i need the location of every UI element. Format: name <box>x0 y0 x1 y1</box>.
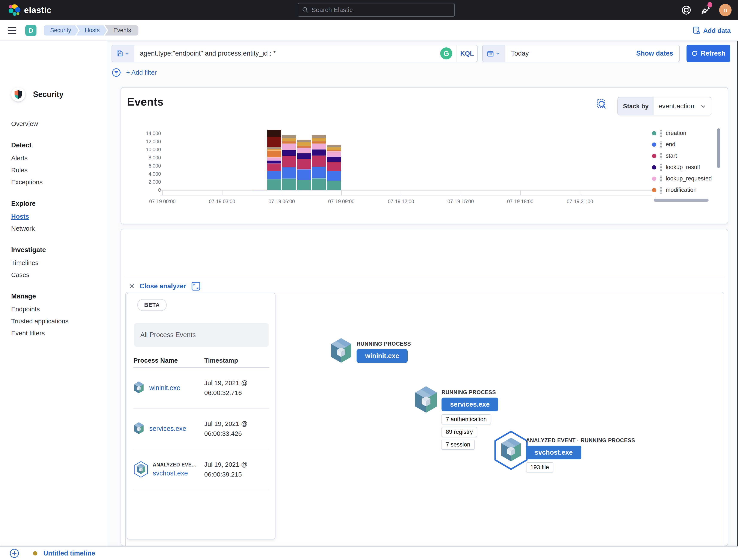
events-chart[interactable]: 02,0004,0006,0008,00010,00012,00014,0000… <box>121 87 728 224</box>
bar-segment-series_tan[interactable] <box>297 140 311 142</box>
bar-segment-end[interactable] <box>312 167 326 179</box>
show-dates-button[interactable]: Show dates <box>636 50 679 57</box>
bar-segment-lookup_requested[interactable] <box>297 148 311 153</box>
filter-icon[interactable] <box>111 67 122 78</box>
bar-segment-modification[interactable] <box>282 141 296 144</box>
bar-segment-lookup_result[interactable] <box>297 153 311 159</box>
bar-segment-series_maroon[interactable] <box>267 130 281 137</box>
bar-segment-start[interactable] <box>327 162 341 171</box>
date-range-value[interactable]: Today <box>505 50 636 57</box>
space-badge[interactable]: D <box>25 25 36 36</box>
close-icon[interactable]: ✕ <box>129 282 135 291</box>
query-language-button[interactable]: KQL <box>456 45 477 62</box>
bar-segment-series_tan[interactable] <box>282 135 296 138</box>
sidebar-item-trusted-applications[interactable]: Trusted applications <box>11 318 68 325</box>
process-cube-icon[interactable] <box>414 386 438 414</box>
bar-segment-series_gold[interactable] <box>267 149 281 151</box>
menu-icon[interactable] <box>8 27 16 34</box>
bar-segment-end[interactable] <box>282 167 296 179</box>
newsfeed-button[interactable] <box>700 4 711 16</box>
breadcrumb-item-events[interactable]: Events <box>105 25 138 36</box>
process-link[interactable]: svchost.exe <box>153 470 196 477</box>
node-process-button[interactable]: services.exe <box>441 397 498 411</box>
untitled-timeline-button[interactable]: Untitled timeline <box>43 549 95 557</box>
sidebar-item-cases[interactable]: Cases <box>11 271 29 278</box>
sidebar-item-overview[interactable]: Overview <box>11 120 38 127</box>
search-input[interactable] <box>312 6 450 14</box>
bar-segment-creation[interactable] <box>312 178 326 190</box>
bar-segment-creation[interactable] <box>267 179 281 190</box>
bar-segment-lookup_requested[interactable] <box>327 151 341 157</box>
sidebar-item-hosts[interactable]: Hosts <box>11 213 29 220</box>
sidebar-item-timelines[interactable]: Timelines <box>11 259 38 266</box>
bar-segment-lookup_requested[interactable] <box>282 144 296 150</box>
legend-item-start[interactable]: start <box>652 150 677 162</box>
event-count-badge[interactable]: 193 file <box>526 462 553 473</box>
bar-segment-start[interactable] <box>282 156 296 167</box>
node-process-button[interactable]: svchost.exe <box>526 446 582 459</box>
process-cube-icon[interactable] <box>330 338 352 364</box>
bar-segment-lookup_result[interactable] <box>312 149 326 156</box>
query-input[interactable]: agent.type:"endpoint" and process.entity… <box>134 50 440 57</box>
event-count-badge[interactable]: 7 session <box>441 440 474 450</box>
legend-item-lookup_requested[interactable]: lookup_requested <box>652 173 712 184</box>
bar-segment-creation[interactable] <box>297 180 311 190</box>
legend-item-modification[interactable]: modification <box>652 184 697 196</box>
close-analyzer-button[interactable]: Close analyzer <box>140 282 186 290</box>
add-timeline-icon[interactable] <box>9 548 19 558</box>
bar-segment-series_gold[interactable] <box>297 142 311 146</box>
bar-segment-modification[interactable] <box>267 151 281 157</box>
breadcrumb-item-security[interactable]: Security <box>44 25 78 36</box>
bar-segment-series_darkred[interactable] <box>267 137 281 147</box>
bar-segment-series_gold[interactable] <box>282 138 296 141</box>
refresh-button[interactable]: Refresh <box>687 45 730 62</box>
event-count-badge[interactable]: 89 registry <box>441 427 477 437</box>
bar-segment-lookup_result[interactable] <box>282 150 296 156</box>
elastic-logo[interactable]: elastic <box>8 4 51 16</box>
legend-scrollbar-vertical[interactable] <box>717 128 720 168</box>
avatar[interactable]: n <box>719 4 732 16</box>
global-search[interactable] <box>298 3 455 17</box>
bar-segment-lookup_requested[interactable] <box>267 157 281 161</box>
bar-segment-start[interactable] <box>297 159 311 169</box>
process-link[interactable]: wininit.exe <box>149 384 180 392</box>
process-events-filter-button[interactable]: All Process Events <box>134 323 269 347</box>
process-link[interactable]: services.exe <box>149 425 186 433</box>
add-filter-button[interactable]: + Add filter <box>126 69 157 76</box>
breadcrumb-item-hosts[interactable]: Hosts <box>76 25 107 36</box>
event-count-badge[interactable]: 7 authentication <box>441 414 491 425</box>
bar-segment-series_gold[interactable] <box>312 138 326 141</box>
bar-segment-modification[interactable] <box>297 146 311 148</box>
bar-segment-series_tan[interactable] <box>267 147 281 149</box>
add-data-button[interactable]: Add data <box>693 20 731 41</box>
fullscreen-icon[interactable] <box>191 281 201 291</box>
bar-segment-series_gold[interactable] <box>327 147 341 150</box>
bar-segment-creation[interactable] <box>327 181 341 190</box>
node-process-button[interactable]: wininit.exe <box>357 349 408 363</box>
legend-scrollbar-horizontal[interactable] <box>654 199 709 202</box>
bar-segment-lookup_result[interactable] <box>327 157 341 162</box>
bar-segment-end[interactable] <box>297 169 311 180</box>
bar-segment-creation[interactable] <box>282 179 296 190</box>
bar-segment-series_tan[interactable] <box>327 145 341 147</box>
sidebar-item-exceptions[interactable]: Exceptions <box>11 179 43 186</box>
bar-segment-start[interactable] <box>312 156 326 167</box>
sidebar-item-event-filters[interactable]: Event filters <box>11 330 45 337</box>
saved-query-menu-button[interactable] <box>112 45 134 62</box>
bar-segment-series_tan[interactable] <box>312 135 326 138</box>
bar-segment-end[interactable] <box>327 171 341 181</box>
bar-segment-lookup_requested[interactable] <box>312 144 326 149</box>
legend-item-creation[interactable]: creation <box>652 127 686 139</box>
sidebar-item-endpoints[interactable]: Endpoints <box>11 306 40 313</box>
sidebar-item-alerts[interactable]: Alerts <box>11 155 28 162</box>
bar-segment-modification[interactable] <box>312 141 326 144</box>
legend-item-lookup_result[interactable]: lookup_result <box>652 162 700 173</box>
date-quick-menu-button[interactable] <box>483 45 505 62</box>
bar-segment-start[interactable] <box>267 164 281 171</box>
legend-item-end[interactable]: end <box>652 139 675 150</box>
help-icon[interactable] <box>681 5 692 15</box>
sidebar-item-network[interactable]: Network <box>11 225 35 232</box>
bar-segment-lookup_result[interactable] <box>267 161 281 163</box>
sidebar-item-rules[interactable]: Rules <box>11 167 28 174</box>
bar-segment-modification[interactable] <box>327 150 341 151</box>
